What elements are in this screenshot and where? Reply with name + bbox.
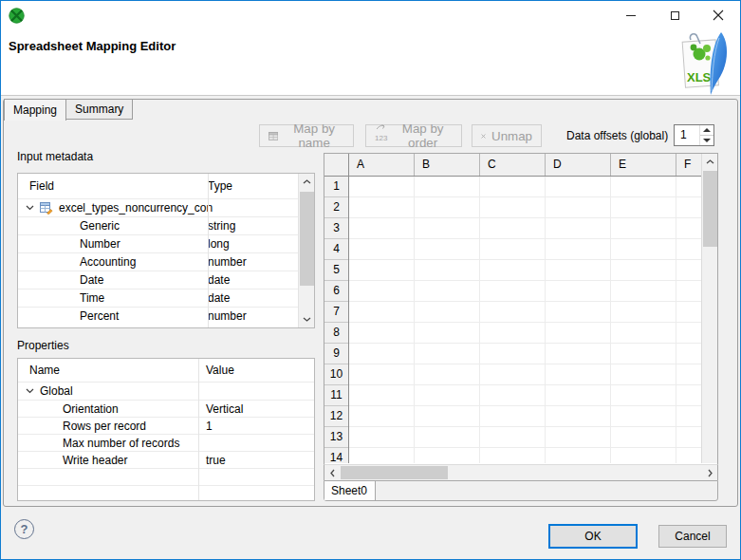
column-header[interactable]: F	[676, 154, 701, 176]
grid-vertical-scrollbar[interactable]	[701, 154, 717, 463]
up-arrow-icon	[703, 128, 711, 132]
empty-row[interactable]	[18, 468, 314, 485]
properties-table: Name Value Global Orientation Vertical R…	[17, 358, 315, 501]
spinner-down-button[interactable]	[700, 136, 713, 145]
field-type: date	[208, 291, 230, 305]
scrollbar-thumb[interactable]	[300, 192, 314, 286]
sheet-tab-strip: Sheet0	[324, 480, 718, 501]
dialog-header: Spreadsheet Mapping Editor XLS	[1, 29, 740, 96]
map-by-name-button[interactable]: Map by name	[259, 124, 354, 147]
properties-root-row[interactable]: Global	[18, 382, 314, 400]
record-icon	[40, 201, 53, 215]
property-value: Vertical	[198, 402, 243, 416]
data-offsets-label: Data offsets (global)	[566, 124, 668, 147]
button-bar: ? OK Cancel	[1, 507, 740, 559]
property-row[interactable]: Orientation Vertical	[18, 400, 314, 417]
property-row[interactable]: Max number of records	[18, 434, 314, 451]
property-value: 1	[198, 420, 213, 433]
map-by-order-button[interactable]: 123 Map by order	[365, 124, 462, 147]
scroll-up-button[interactable]	[702, 154, 718, 170]
cancel-button[interactable]: Cancel	[658, 525, 727, 548]
maximize-icon	[671, 11, 679, 20]
property-name: Write header	[18, 454, 198, 467]
down-arrow-icon	[703, 139, 711, 142]
column-header[interactable]: D	[546, 154, 611, 176]
unmap-label: Unmap	[491, 129, 532, 143]
grid-corner-cell[interactable]	[324, 154, 349, 176]
column-header[interactable]: C	[480, 154, 546, 176]
titlebar	[1, 1, 740, 29]
scroll-right-icon	[708, 469, 713, 477]
grid-scroll-area: A B C D E F 1 2 3 4 5 6 7 8 9 10	[324, 153, 718, 464]
column-header-name[interactable]: Name	[18, 364, 198, 377]
row-header[interactable]: 3	[324, 218, 348, 239]
map-by-name-label: Map by name	[284, 121, 344, 150]
properties-label: Properties	[17, 339, 69, 352]
scrollbar-thumb[interactable]	[703, 171, 717, 247]
sheet-tab[interactable]: Sheet0	[324, 481, 376, 500]
field-type: date	[208, 273, 230, 287]
row-header[interactable]: 10	[324, 364, 348, 385]
metadata-row[interactable]: Percent number	[18, 307, 314, 325]
map-by-name-icon	[269, 131, 278, 141]
row-header[interactable]: 8	[324, 323, 348, 344]
column-header-value[interactable]: Value	[198, 364, 234, 377]
xls-badge-text: XLS	[687, 70, 712, 84]
scroll-up-icon	[706, 159, 714, 164]
scroll-down-button[interactable]	[299, 311, 315, 327]
scroll-right-button[interactable]	[702, 465, 717, 480]
row-header[interactable]: 11	[324, 385, 348, 406]
chevron-down-icon	[26, 205, 34, 211]
chevron-down-icon	[26, 388, 34, 394]
scroll-down-icon	[303, 317, 311, 322]
close-button[interactable]	[696, 1, 740, 29]
grid-horizontal-scrollbar[interactable]	[324, 464, 718, 480]
help-icon: ?	[21, 522, 28, 536]
row-header[interactable]: 5	[324, 260, 348, 281]
field-type: number	[208, 255, 247, 269]
row-header[interactable]: 4	[324, 239, 348, 260]
data-offsets-input[interactable]: 1	[675, 125, 699, 145]
column-header[interactable]: B	[415, 154, 480, 176]
metadata-scrollbar[interactable]	[298, 174, 314, 327]
row-header[interactable]: 1	[324, 177, 348, 197]
page-title: Spreadsheet Mapping Editor	[9, 39, 176, 53]
metadata-row[interactable]: Time date	[18, 289, 314, 307]
tab-summary[interactable]: Summary	[65, 99, 133, 120]
minimize-button[interactable]	[609, 1, 653, 29]
empty-row[interactable]	[18, 485, 314, 501]
tab-mapping[interactable]: Mapping	[4, 99, 66, 121]
row-header[interactable]: 13	[324, 427, 348, 448]
metadata-row[interactable]: Accounting number	[18, 252, 314, 271]
property-row[interactable]: Write header true	[18, 451, 314, 468]
ok-button[interactable]: OK	[548, 524, 638, 549]
row-header[interactable]: 12	[324, 406, 348, 427]
row-header[interactable]: 2	[324, 197, 348, 218]
help-button[interactable]: ?	[14, 519, 34, 539]
column-header-type[interactable]: Type	[208, 179, 232, 193]
field-type: long	[208, 237, 230, 251]
column-header[interactable]: A	[349, 154, 415, 176]
column-header-field[interactable]: Field	[18, 179, 208, 193]
property-name: Max number of records	[18, 437, 198, 450]
column-header[interactable]: E	[611, 154, 676, 176]
field-name: Generic	[18, 219, 208, 233]
grid-cells[interactable]	[349, 177, 701, 463]
spinner-up-button[interactable]	[700, 125, 713, 136]
unmap-button[interactable]: Unmap	[472, 124, 542, 147]
scroll-left-button[interactable]	[324, 465, 340, 480]
maximize-button[interactable]	[653, 1, 696, 29]
row-header[interactable]: 14	[324, 448, 348, 463]
row-header[interactable]: 6	[324, 281, 348, 302]
row-header[interactable]: 7	[324, 302, 348, 323]
field-name: Accounting	[18, 255, 208, 269]
metadata-root-row[interactable]: excel_types_noncurrency_con	[18, 198, 314, 216]
metadata-row[interactable]: Generic string	[18, 216, 314, 234]
property-row[interactable]: Rows per record 1	[18, 417, 314, 434]
scrollbar-thumb[interactable]	[341, 466, 448, 479]
scroll-up-button[interactable]	[299, 174, 315, 190]
group-name: Global	[40, 384, 73, 398]
metadata-row[interactable]: Number long	[18, 234, 314, 252]
row-header[interactable]: 9	[324, 344, 348, 364]
metadata-row[interactable]: Date date	[18, 271, 314, 289]
